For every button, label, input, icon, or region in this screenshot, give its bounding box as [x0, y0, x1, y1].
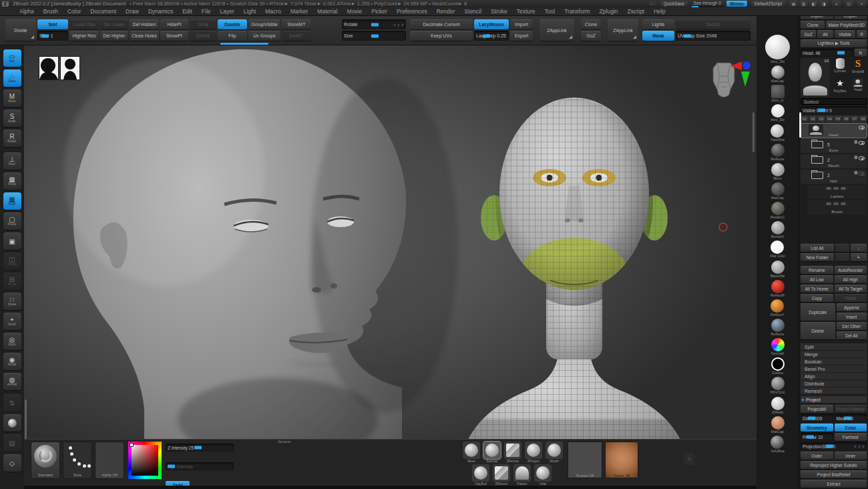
material-item[interactable]: zbro_m — [771, 85, 785, 103]
shelf-button[interactable]: Decimate Current — [410, 19, 473, 29]
quick-brush[interactable]: Inflat — [533, 464, 552, 486]
del-all-button[interactable]: Del All — [837, 331, 867, 339]
goz-button[interactable]: GoZ — [801, 30, 816, 38]
projection-shell-slider[interactable]: ProjectionShell 0 x y z — [801, 442, 867, 450]
subtool-toggle-icons[interactable] — [826, 202, 846, 205]
quick-brush[interactable]: Standar — [483, 442, 501, 463]
left-tool-button[interactable]: ▦ Persp — [3, 172, 21, 190]
append-button[interactable]: Append — [837, 303, 867, 311]
shelf-button[interactable]: Double — [218, 19, 247, 29]
tool-clone-button[interactable]: Clone — [801, 21, 825, 29]
lightbox-tools-button[interactable]: Lightbox ▶ Tools — [801, 39, 867, 47]
duplicate-button[interactable]: Duplicate — [801, 303, 835, 321]
menu-item[interactable]: Transform — [560, 8, 594, 15]
project-history-button[interactable]: Project History — [835, 405, 867, 413]
material-item[interactable]: zbro_Ski — [771, 104, 785, 122]
shelf-button[interactable]: Del Higher — [100, 31, 128, 41]
active-material[interactable]: zbro_Ski — [765, 35, 790, 64]
left-tool-button[interactable]: ⊥ Floor — [3, 152, 21, 170]
head-subdiv-slider[interactable]: Head. 48 — [801, 49, 853, 57]
del-other-button[interactable]: Del Other — [837, 322, 867, 330]
menu-item[interactable]: File — [197, 8, 216, 15]
left-tool-button[interactable]: ◉ Actual — [3, 353, 21, 370]
shelf-button[interactable]: DelMT — [282, 31, 311, 41]
menu-item[interactable]: Render — [432, 8, 460, 15]
shelf-button[interactable]: LazyStep 0.25 — [474, 31, 509, 41]
menus-button[interactable]: Menus — [726, 1, 747, 7]
tool-thumb-polymesh-star[interactable]: ★ PolyMes — [831, 78, 849, 97]
eye-visibility-icon[interactable] — [859, 141, 865, 145]
eye-visibility-icon-off[interactable] — [859, 172, 865, 176]
left-tool-button[interactable]: + Scroll — [3, 313, 21, 330]
project-section-row[interactable]: Project — [801, 396, 867, 403]
subtool-tab[interactable]: V8 — [859, 116, 867, 122]
subtool-action-button[interactable]: Paste — [835, 294, 867, 302]
material-sphere[interactable] — [771, 163, 785, 176]
material-item[interactable]: Outline — [771, 357, 785, 375]
shelf-button[interactable]: Del Hidden — [130, 19, 159, 29]
shelf-button[interactable]: LazyMouse — [474, 19, 509, 29]
menu-item[interactable]: Marker — [286, 8, 312, 15]
color-swatch[interactable] — [130, 443, 134, 447]
menu-item[interactable]: Picker — [367, 8, 392, 15]
color-picker[interactable] — [128, 442, 162, 479]
shelf-button[interactable]: ShowPt — [160, 31, 188, 41]
material-item[interactable]: ZMetal — [771, 397, 785, 415]
eye-visibility-icon[interactable] — [859, 156, 865, 160]
shelf-button[interactable]: Keep UVs — [410, 31, 473, 41]
material-sphere[interactable] — [771, 124, 784, 138]
menu-item[interactable]: Zscript — [622, 8, 649, 15]
gear-icon[interactable]: ⚙ — [854, 140, 858, 144]
reference-photo-1[interactable] — [39, 56, 59, 80]
left-tool-button[interactable]: ▤ — [3, 434, 21, 452]
subtool-tab[interactable]: V1 — [801, 116, 809, 122]
shelf-button[interactable]: GoZ — [581, 31, 601, 41]
shelf-button[interactable]: Clone — [581, 19, 601, 29]
material-sphere[interactable] — [771, 85, 785, 98]
material-sphere[interactable] — [771, 240, 784, 254]
left-tool-button[interactable]: ◇ — [3, 454, 21, 472]
material-item[interactable]: HSVColc — [770, 377, 785, 395]
quick-brush[interactable]: ZProject — [524, 442, 543, 463]
quick-brush[interactable]: Morph — [545, 442, 564, 463]
projectall-button[interactable]: ProjectAll — [801, 405, 833, 413]
shelf-button[interactable]: Lower Res — [69, 19, 99, 29]
left-tool-button[interactable]: R Rotate — [3, 130, 21, 147]
visible-count-slider[interactable]: Visible Count 9 — [801, 106, 867, 114]
left-tool-button[interactable]: ⊞ Pt Sel — [3, 273, 21, 290]
material-item[interactable]: ReflectY — [771, 299, 785, 317]
menu-item[interactable]: Macro — [260, 8, 286, 15]
all-button[interactable]: All — [817, 30, 833, 38]
material-sphere[interactable] — [771, 357, 785, 371]
menu-item[interactable]: Texture — [512, 8, 540, 15]
left-tool-button[interactable]: ▢ Frame — [3, 212, 21, 230]
eye-visibility-icon[interactable] — [859, 126, 865, 130]
subtool-section-row[interactable]: Boolean — [801, 358, 867, 365]
shelf-button[interactable]: Smt — [37, 19, 68, 29]
r-button-2[interactable]: R — [855, 49, 867, 57]
left-tool-button[interactable]: ◫ Transp — [3, 253, 21, 270]
left-tool-button[interactable]: S Scale — [3, 110, 21, 127]
inner-button[interactable]: Inner — [835, 452, 867, 460]
menu-item[interactable]: Layer — [216, 8, 239, 15]
z-intensity-slider[interactable]: Z Intensity 25 — [166, 444, 234, 452]
material-sphere[interactable] — [771, 338, 785, 351]
material-sphere[interactable] — [771, 65, 785, 79]
quick-brush[interactable]: Flatten — [513, 464, 531, 486]
tool-thumb-simplebrush[interactable]: S SimpleB — [849, 58, 867, 77]
left-tool-button[interactable]: M Move — [3, 90, 21, 107]
left-tool-button[interactable] — [3, 414, 21, 432]
shelf-button[interactable]: Rotate x y z — [342, 19, 406, 29]
left-tool-button[interactable]: ◍ AAHalf — [3, 373, 21, 390]
material-sphere[interactable] — [771, 377, 785, 390]
shelf-button[interactable]: Uv Groups — [248, 31, 280, 41]
material-sphere[interactable] — [771, 436, 784, 449]
xyz-axis-marker[interactable]: x y z — [394, 23, 404, 27]
shelf-button[interactable]: Higher Res — [69, 31, 99, 41]
current-stroke-thumb[interactable]: Dots — [63, 442, 92, 479]
project-basrelief-button[interactable]: Project BasRelief — [801, 470, 867, 478]
subtool-action-button[interactable]: All To Home — [801, 285, 833, 293]
material-item[interactable]: MetalicC — [771, 202, 785, 220]
pa-blur-slider[interactable]: PA Blur 10 — [801, 433, 833, 441]
left-tool-button[interactable]: ∷ Xpose — [3, 293, 21, 310]
